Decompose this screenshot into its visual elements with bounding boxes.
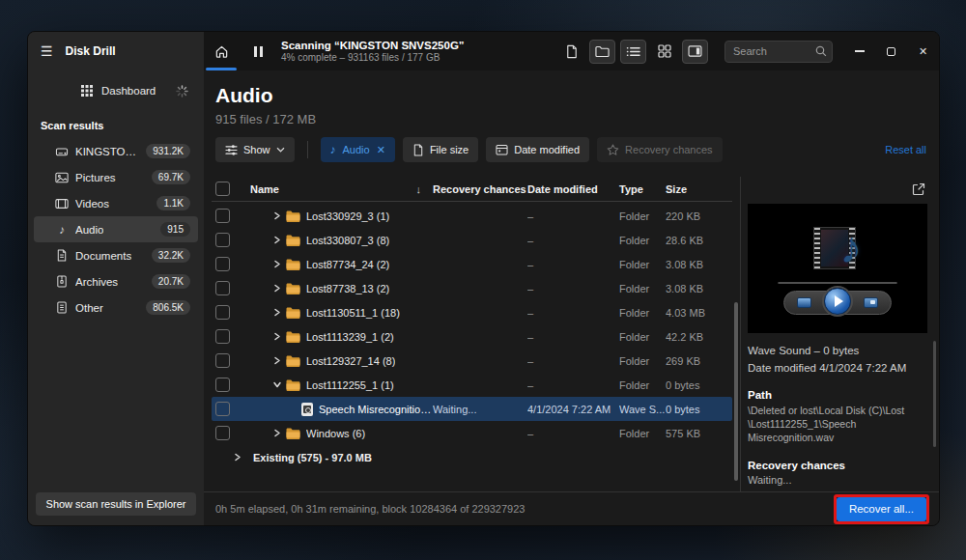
row-name: Windows (6) xyxy=(306,428,365,439)
row-checkbox[interactable] xyxy=(215,329,230,344)
column-header-recovery[interactable]: Recovery chances xyxy=(433,183,527,195)
show-filter-button[interactable]: Show xyxy=(215,137,295,162)
folder-icon xyxy=(286,379,300,391)
row-checkbox[interactable] xyxy=(215,209,230,223)
existing-group-row[interactable]: Existing (575) - 97.0 MB xyxy=(212,445,732,469)
close-button[interactable]: ✕ xyxy=(907,32,939,70)
cell-type: Folder xyxy=(619,307,666,319)
select-all-checkbox[interactable] xyxy=(215,182,230,196)
row-name: Lost330807_3 (8) xyxy=(306,235,389,246)
table-scrollbar[interactable] xyxy=(734,302,738,481)
sidebar-item-audio[interactable]: ♪ Audio 915 xyxy=(34,216,198,242)
table-row[interactable]: Lost1112255_1 (1) – Folder 0 bytes xyxy=(212,373,732,397)
expand-chevron-icon[interactable] xyxy=(271,332,283,341)
play-button[interactable] xyxy=(824,288,851,315)
table-row[interactable]: Lost1130511_1 (18) – Folder 4.03 MB xyxy=(212,300,732,324)
table-row[interactable]: Lost87738_13 (2) – Folder 3.08 KB xyxy=(212,276,732,300)
stop-button[interactable] xyxy=(797,297,811,308)
expand-chevron-icon[interactable] xyxy=(271,260,283,268)
preview-panel: ♪ Wave Sound – 0 bytes Date modified 4/1… xyxy=(740,177,939,491)
cell-date: – xyxy=(527,428,619,439)
cell-type: Folder xyxy=(619,283,666,294)
expand-chevron-icon[interactable] xyxy=(271,211,283,220)
row-checkbox[interactable] xyxy=(215,378,230,392)
expand-chevron-icon[interactable] xyxy=(271,284,283,293)
hamburger-menu-icon[interactable]: ☰ xyxy=(41,43,53,59)
page-subtitle: 915 files / 172 MB xyxy=(215,112,939,126)
row-checkbox[interactable] xyxy=(215,305,230,320)
row-checkbox[interactable] xyxy=(215,233,230,247)
table-row[interactable]: Lost330929_3 (1) – Folder 220 KB xyxy=(212,204,732,228)
expand-chevron-icon[interactable] xyxy=(271,308,283,317)
new-file-icon[interactable] xyxy=(558,40,584,64)
sidebar-item-pictures[interactable]: Pictures 69.7K xyxy=(34,164,198,190)
audio-filter-chip[interactable]: ♪ Audio ✕ xyxy=(321,137,395,162)
minimize-button[interactable] xyxy=(843,32,875,70)
sort-descending-icon[interactable]: ↓ xyxy=(416,183,434,195)
file-table: Name ↓ Recovery chances Date modified Ty… xyxy=(204,177,740,491)
show-scan-results-in-explorer-button[interactable]: Show scan results in Explorer xyxy=(36,492,196,516)
recovery-chances-filter-button[interactable]: Recovery chances xyxy=(597,137,723,162)
sidebar-item-other[interactable]: Other 806.5K xyxy=(34,294,198,321)
date-modified-filter-button[interactable]: Date modified xyxy=(486,137,589,162)
sidebar-item-videos[interactable]: Videos 1.1K xyxy=(34,190,198,216)
row-checkbox[interactable] xyxy=(215,281,230,295)
pause-scan-button[interactable] xyxy=(246,46,270,57)
column-header-date[interactable]: Date modified xyxy=(527,183,619,195)
app-title: Disk Drill xyxy=(66,44,116,58)
recover-all-button[interactable]: Recover all... xyxy=(837,497,926,521)
table-row[interactable]: Speech Misrecognition.... Waiting... 4/1… xyxy=(212,397,732,421)
list-view-button[interactable] xyxy=(620,40,646,64)
table-rows: Lost330929_3 (1) – Folder 220 KB Lost330… xyxy=(212,204,732,445)
drive-icon xyxy=(55,146,69,157)
row-checkbox[interactable] xyxy=(215,426,230,440)
expand-chevron-icon[interactable] xyxy=(271,380,283,389)
grid-view-button[interactable] xyxy=(651,40,677,64)
folder-view-button[interactable] xyxy=(589,40,615,64)
annotation-highlight-box: Recover all... xyxy=(834,494,929,524)
row-checkbox[interactable] xyxy=(215,402,230,416)
table-row[interactable]: Lost87734_24 (2) – Folder 3.08 KB xyxy=(212,252,732,276)
sidebar-item-list: KINGSTON SNVS... 931.2K Pictures 69.7K V… xyxy=(28,138,204,321)
row-checkbox[interactable] xyxy=(215,257,230,271)
reset-all-link[interactable]: Reset all xyxy=(885,144,926,155)
open-preview-window-icon[interactable] xyxy=(912,182,925,196)
sidebar-item-kingston-snvs[interactable]: KINGSTON SNVS... 931.2K xyxy=(34,138,198,164)
expand-chevron-icon[interactable] xyxy=(271,356,283,365)
table-row[interactable]: Lost129327_14 (8) – Folder 269 KB xyxy=(212,349,732,373)
home-tab[interactable] xyxy=(204,32,239,70)
remove-filter-icon[interactable]: ✕ xyxy=(377,144,385,156)
popout-player-button[interactable] xyxy=(864,297,878,308)
page-title: Audio xyxy=(215,84,939,107)
row-name: Lost129327_14 (8) xyxy=(306,355,395,367)
maximize-button[interactable] xyxy=(875,32,907,70)
column-header-size[interactable]: Size xyxy=(666,183,719,195)
expand-chevron-icon[interactable] xyxy=(271,236,283,244)
chevron-down-icon xyxy=(276,147,285,153)
sidebar-item-archives[interactable]: Archives 20.7K xyxy=(34,268,198,294)
expand-chevron-icon[interactable] xyxy=(271,429,283,437)
column-header-name[interactable]: Name ↓ xyxy=(250,183,433,195)
table-row[interactable]: Lost330807_3 (8) – Folder 28.6 KB xyxy=(212,228,732,252)
preview-scrollbar[interactable] xyxy=(933,341,936,447)
column-header-type[interactable]: Type xyxy=(619,183,666,195)
table-row[interactable]: Windows (6) – Folder 575 KB xyxy=(212,421,732,445)
calendar-icon xyxy=(496,144,508,155)
loading-spinner-icon xyxy=(176,85,188,98)
main-area: Scanning “KINGSTON SNVS250G” 4% complete… xyxy=(204,32,939,525)
cell-size: 4.03 MB xyxy=(666,307,719,319)
file-size-filter-button[interactable]: File size xyxy=(403,137,478,162)
cell-type: Folder xyxy=(619,331,666,343)
row-checkbox[interactable] xyxy=(215,353,230,368)
recovery-chances-heading: Recovery chances xyxy=(748,460,927,471)
cell-recovery: Waiting... xyxy=(433,404,527,415)
folder-icon xyxy=(286,355,300,367)
expand-chevron-icon[interactable] xyxy=(232,453,243,462)
sidebar-item-dashboard[interactable]: Dashboard xyxy=(34,76,198,105)
cell-date: – xyxy=(527,379,619,391)
cell-date: – xyxy=(527,235,619,246)
table-row[interactable]: Lost1113239_1 (2) – Folder 42.2 KB xyxy=(212,324,732,349)
preview-panel-toggle-button[interactable] xyxy=(682,40,708,64)
sidebar-item-documents[interactable]: Documents 32.2K xyxy=(34,242,198,268)
desktop-background: ☰ Disk Drill Dashboard Scan results KING… xyxy=(0,0,966,560)
